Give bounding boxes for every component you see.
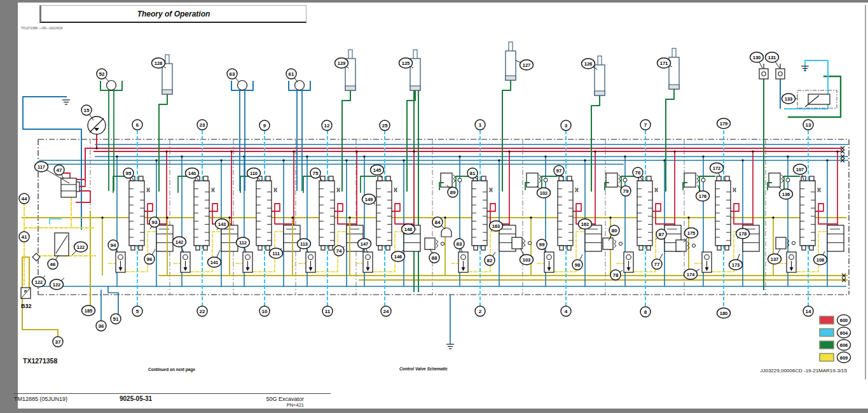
callout-174: 174 (684, 269, 698, 279)
svg-text:174: 174 (687, 272, 695, 277)
callout-23: 23 (197, 120, 207, 130)
svg-text:13: 13 (806, 122, 811, 128)
valve-station-25: )( (348, 130, 420, 309)
svg-text:23: 23 (200, 122, 205, 128)
callout-3: 3 (561, 120, 571, 130)
svg-text:)(: )( (273, 186, 277, 192)
svg-text:128: 128 (155, 60, 163, 66)
svg-text:108: 108 (816, 257, 825, 263)
svg-text:136: 136 (782, 192, 790, 197)
svg-text:75: 75 (313, 171, 319, 176)
valve-station-6: )( (101, 130, 173, 309)
callout-6: 6 (132, 120, 142, 130)
callout-87: 87 (656, 229, 666, 239)
callout-96: 96 (144, 254, 155, 264)
svg-text:141: 141 (210, 260, 219, 265)
svg-text:36: 36 (99, 323, 104, 329)
svg-text:5: 5 (136, 309, 139, 314)
callout-52: 52 (97, 69, 107, 79)
svg-text:171: 171 (660, 60, 668, 66)
callout-145: 145 (371, 165, 384, 175)
callout-78: 78 (610, 270, 621, 280)
callout-8: 8 (640, 307, 651, 317)
callout-51: 51 (111, 314, 121, 324)
svg-text:77: 77 (654, 262, 660, 267)
callout-9: 9 (259, 120, 270, 130)
legend-item-604: 604 (820, 327, 851, 338)
svg-text:178: 178 (739, 231, 747, 237)
callout-84: 84 (432, 217, 443, 227)
callout-7: 7 (640, 120, 651, 130)
svg-text:24: 24 (383, 309, 389, 314)
svg-text:63: 63 (230, 71, 235, 77)
svg-text:172: 172 (713, 165, 721, 171)
valve-assembly-133 (797, 90, 837, 108)
callout-63: 63 (227, 69, 237, 79)
callout-122: 122 (50, 279, 64, 290)
callout-13: 13 (803, 120, 813, 130)
svg-text:125: 125 (402, 60, 410, 66)
callout-140: 140 (186, 168, 199, 178)
svg-text:133: 133 (785, 96, 793, 102)
callout-94: 94 (108, 240, 118, 250)
svg-text:)(: )( (146, 186, 150, 192)
svg-text:147: 147 (361, 241, 369, 247)
svg-text:96: 96 (147, 256, 153, 262)
svg-text:2: 2 (479, 309, 482, 314)
svg-text:95: 95 (126, 171, 132, 176)
callout-79: 79 (621, 186, 631, 196)
callout-10: 10 (259, 306, 270, 316)
callout-137: 137 (768, 254, 782, 264)
callout-103: 103 (520, 255, 534, 265)
svg-text:117: 117 (38, 164, 45, 170)
callout-129: 129 (335, 58, 348, 68)
svg-text:131: 131 (768, 55, 776, 60)
svg-text:98: 98 (575, 262, 581, 268)
svg-text:93: 93 (152, 220, 158, 225)
callout-126: 126 (582, 59, 595, 69)
svg-text:609: 609 (840, 355, 848, 361)
valve-stations: )()()()()()()()()()( (101, 130, 844, 309)
svg-text:4: 4 (565, 309, 568, 314)
callout-127: 127 (520, 60, 534, 70)
svg-text:11: 11 (325, 309, 331, 314)
callout-143: 143 (216, 219, 229, 229)
callout-22: 22 (197, 306, 207, 316)
callout-122: 122 (32, 277, 46, 287)
callout-12: 12 (322, 120, 332, 130)
callout-147: 147 (358, 239, 371, 249)
callout-111: 111 (270, 248, 283, 258)
callout-131: 131 (766, 52, 779, 62)
valve-station-179: )( (683, 130, 759, 309)
callout-5: 5 (132, 306, 142, 316)
callout-163: 163 (490, 221, 503, 231)
valve-station-7: )( (605, 130, 681, 309)
callout-41: 41 (19, 232, 29, 242)
svg-text:74: 74 (336, 248, 342, 254)
svg-text:15: 15 (84, 108, 90, 113)
svg-text:146: 146 (394, 254, 403, 260)
svg-text:173: 173 (732, 262, 740, 268)
b32-label: B32 (21, 303, 32, 309)
callout-4: 4 (561, 306, 571, 316)
legend-item-609: 609 (820, 352, 851, 363)
callout-74: 74 (334, 246, 344, 256)
callout-108: 108 (814, 255, 827, 265)
svg-text:22: 22 (200, 309, 205, 314)
svg-text:52: 52 (99, 71, 105, 77)
callout-112: 112 (237, 237, 250, 248)
callout-24: 24 (381, 306, 391, 316)
svg-text:47: 47 (57, 167, 62, 173)
callout-162: 162 (579, 219, 592, 229)
callout-1: 1 (475, 120, 485, 130)
svg-text:10: 10 (262, 309, 268, 314)
callout-173: 173 (729, 260, 743, 270)
svg-text:122: 122 (53, 282, 61, 288)
valve-station-23: )( (166, 130, 238, 309)
svg-text:99: 99 (539, 242, 545, 248)
callout-178: 178 (736, 228, 750, 239)
callout-172: 172 (710, 163, 724, 173)
svg-text:)(: )( (394, 186, 397, 192)
callout-171: 171 (658, 58, 671, 68)
svg-text:)(: )( (489, 186, 493, 192)
